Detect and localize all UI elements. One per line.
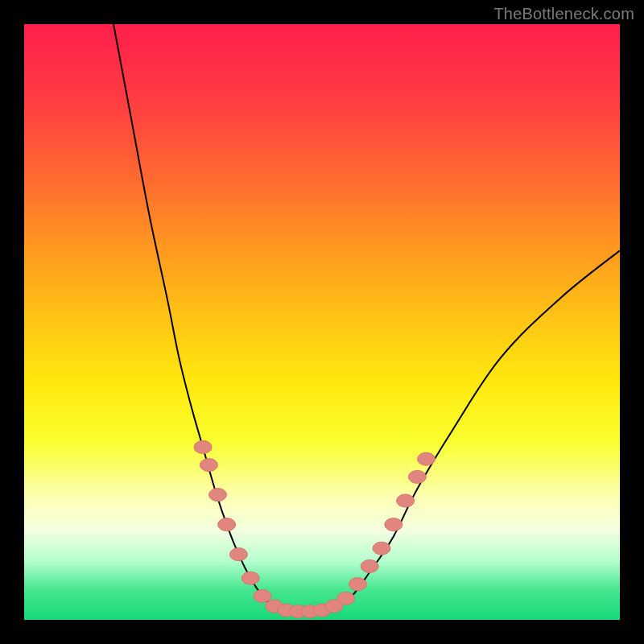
marker-point (229, 548, 247, 561)
marker-point (200, 459, 217, 472)
marker-point (349, 578, 366, 591)
marker-layer (194, 440, 436, 617)
chart-svg (24, 24, 620, 620)
curve-layer (114, 24, 620, 613)
plot-area (24, 24, 620, 620)
marker-point (397, 494, 415, 507)
marker-point (209, 489, 227, 502)
marker-point (361, 559, 378, 572)
marker-point (418, 452, 436, 465)
marker-point (373, 542, 390, 555)
chart-frame: TheBottleneck.com (0, 0, 644, 644)
marker-point (254, 589, 271, 602)
marker-point (337, 592, 355, 605)
marker-point (385, 518, 402, 531)
watermark-text: TheBottleneck.com (493, 5, 634, 23)
series-left-curve (114, 24, 275, 608)
series-right-curve (334, 250, 620, 608)
marker-point (242, 572, 259, 584)
marker-point (218, 518, 236, 531)
marker-point (408, 470, 426, 483)
marker-point (194, 440, 212, 453)
